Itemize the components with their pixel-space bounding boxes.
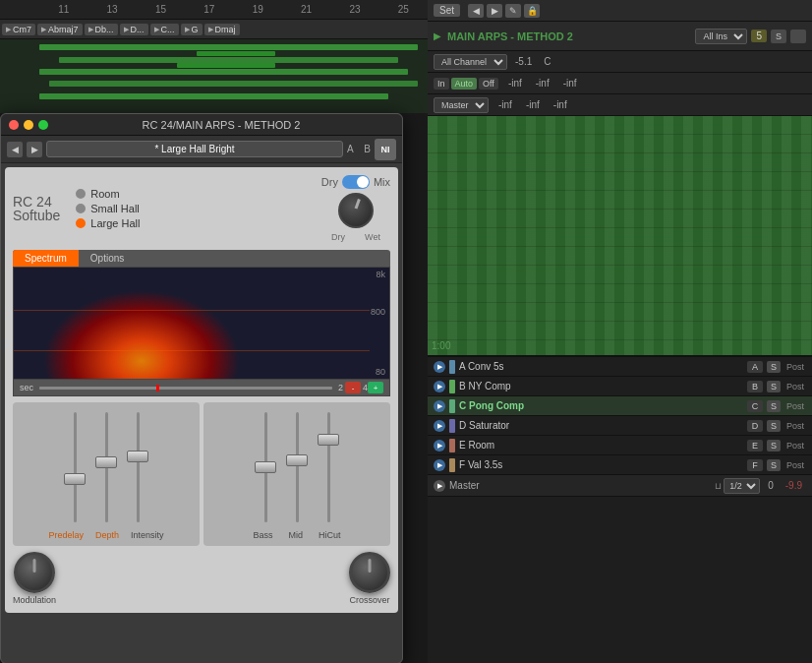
fader-depth-handle[interactable] (95, 456, 117, 468)
mix-toggle[interactable] (342, 175, 370, 189)
fader-intensity-handle[interactable] (127, 451, 148, 462)
fader-predelay[interactable] (63, 408, 87, 526)
knob-crossover-item: Crossover (349, 552, 390, 605)
set-btn-forward[interactable]: ▶ (487, 4, 502, 18)
effect-arrow-nycomp[interactable]: ▶ (434, 381, 445, 392)
radio-room-label: Room (90, 188, 119, 200)
effect-row-eroom[interactable]: ▶ E Room E S Post (428, 436, 812, 455)
nav-next-button[interactable]: ▶ (27, 142, 42, 157)
fader-predelay-handle[interactable] (64, 473, 86, 485)
modulation-knob-label: Modulation (13, 595, 56, 605)
effect-channel-d: D (747, 420, 763, 432)
traffic-lights (9, 120, 48, 130)
radio-large-hall[interactable]: Large Hall (76, 217, 140, 229)
radio-room[interactable]: Room (76, 188, 140, 200)
tab-options[interactable]: Options (79, 250, 136, 267)
minimize-button[interactable] (24, 120, 33, 130)
master-expand[interactable]: ▶ (434, 480, 445, 492)
maximize-button[interactable] (38, 120, 48, 130)
effect-s-e[interactable]: S (767, 440, 781, 452)
set-btn-edit[interactable]: ✎ (505, 4, 521, 18)
crossover-knob[interactable] (349, 552, 390, 593)
channel-select-ins[interactable]: All Ins (695, 29, 747, 44)
effect-s-c[interactable]: S (767, 400, 781, 412)
tab-spectrum[interactable]: Spectrum (13, 250, 79, 267)
ruler-mark-19: 19 (234, 4, 282, 15)
chord-abmaj7[interactable]: Abmaj7 (37, 24, 83, 35)
s-button[interactable]: S (771, 30, 786, 43)
fader-predelay-label: Predelay (48, 530, 84, 540)
fader-hicut-handle[interactable] (318, 434, 339, 446)
piano-roll-content[interactable] (0, 39, 428, 113)
master-val-2: -inf (522, 99, 544, 110)
ruler-mark-17: 17 (185, 4, 233, 15)
extra-btn[interactable] (790, 30, 806, 43)
channel-select-all[interactable]: All Channel (434, 54, 507, 70)
close-button[interactable] (9, 120, 19, 130)
ni-logo-button[interactable]: NI (375, 139, 396, 160)
effect-s-b[interactable]: S (767, 381, 781, 392)
modulation-knob[interactable] (14, 552, 55, 593)
effect-post-f: Post (784, 460, 806, 470)
effect-color-fval (449, 458, 455, 472)
set-btn-lock[interactable]: 🔒 (524, 4, 540, 18)
fader-depth[interactable] (94, 408, 118, 526)
master-val-3: -inf (550, 99, 571, 110)
ruler-mark-11: 11 (39, 4, 87, 15)
fader-group-2: Bass Mid HiCut (203, 402, 390, 546)
master-select-row: Master -inf -inf -inf (428, 94, 812, 116)
mix-knob[interactable] (338, 193, 374, 228)
fader-mid-handle[interactable] (286, 454, 308, 466)
chord-d[interactable]: D... (120, 24, 148, 35)
main-green-track[interactable]: 1:00 (428, 116, 812, 357)
effect-s-f[interactable]: S (767, 459, 781, 471)
effect-post-c: Post (784, 401, 806, 411)
fader-bass-handle[interactable] (255, 461, 276, 473)
radio-small-hall-dot (76, 204, 86, 213)
range-plus-btn[interactable]: + (368, 382, 383, 393)
rc24-plugin-window: RC 24/MAIN ARPS - METHOD 2 ◀ ▶ * Large H… (0, 113, 403, 663)
spectrum-glow (43, 290, 240, 379)
effect-row-fval[interactable]: ▶ F Val 3.5s F S Post (428, 455, 812, 475)
nav-prev-button[interactable]: ◀ (7, 142, 23, 157)
fader-bass[interactable] (254, 408, 277, 526)
chord-cm7[interactable]: Cm7 (2, 24, 35, 35)
effect-arrow-eroom[interactable]: ▶ (434, 440, 445, 452)
fader-mid[interactable] (285, 408, 309, 526)
effect-s-a[interactable]: S (767, 361, 781, 373)
master-select-2[interactable]: 1/2 (724, 478, 760, 494)
mix-label: Dry Mix (321, 175, 390, 189)
chord-db[interactable]: Db... (85, 24, 118, 35)
auto-btn[interactable]: Auto (451, 78, 478, 90)
fader-hicut[interactable] (317, 408, 340, 526)
fader-intensity[interactable] (126, 408, 149, 526)
preset-display[interactable]: * Large Hall Bright (46, 141, 343, 157)
effect-channel-b: B (747, 381, 763, 392)
effect-row-pongcomp[interactable]: ▶ C Pong Comp C S Post (428, 396, 812, 416)
effect-arrow-fval[interactable]: ▶ (434, 459, 445, 471)
chord-c[interactable]: C... (150, 24, 179, 35)
effect-name-eroom: E Room (459, 440, 743, 451)
off-btn[interactable]: Off (479, 78, 498, 90)
chord-dmaj[interactable]: Dmaj (204, 24, 240, 35)
master-label: Master (449, 480, 711, 491)
set-btn-back[interactable]: ◀ (468, 4, 484, 18)
effect-arrow-pongcomp[interactable]: ▶ (434, 400, 445, 412)
fader-depth-rail (105, 412, 108, 522)
effect-s-d[interactable]: S (767, 420, 781, 432)
range-minus-btn[interactable]: - (345, 382, 361, 393)
piano-roll-notes (0, 39, 428, 113)
rc24-radio-group: Room Small Hall Large Hall (76, 188, 140, 229)
track-expand-arrow[interactable]: ▶ (434, 30, 441, 41)
effect-arrow-conv5s[interactable]: ▶ (434, 361, 445, 373)
knob-modulation-item: Modulation (13, 552, 56, 605)
effect-arrow-saturator[interactable]: ▶ (434, 420, 445, 432)
master-select[interactable]: Master (434, 97, 489, 113)
effect-row-saturator[interactable]: ▶ D Saturator D S Post (428, 416, 812, 436)
radio-small-hall[interactable]: Small Hall (76, 203, 140, 214)
effect-color-pongcomp (449, 399, 455, 413)
effect-row-nycomp[interactable]: ▶ B NY Comp B S Post (428, 377, 812, 396)
in-btn[interactable]: In (434, 78, 449, 90)
chord-g[interactable]: G (181, 24, 203, 35)
effect-row-conv5s[interactable]: ▶ A Conv 5s A S Post (428, 357, 812, 377)
